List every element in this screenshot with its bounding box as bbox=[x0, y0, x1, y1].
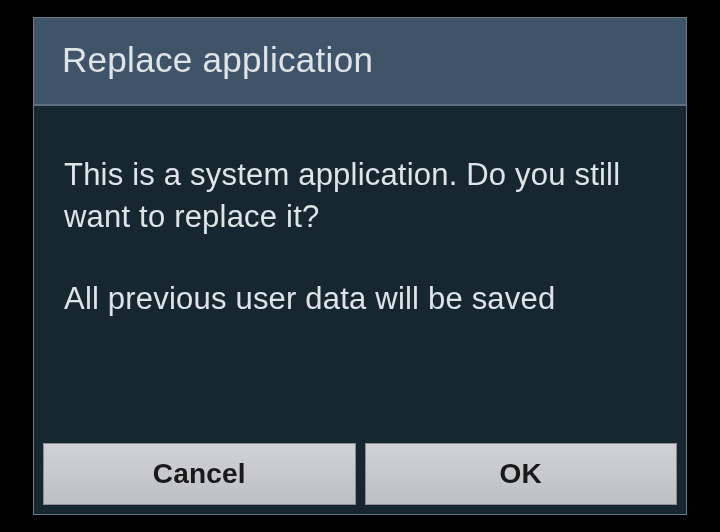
dialog-title: Replace application bbox=[34, 18, 686, 106]
dialog-message-2: All previous user data will be saved bbox=[64, 278, 656, 320]
dialog-actions: Cancel OK bbox=[34, 434, 686, 514]
dialog-message-1: This is a system application. Do you sti… bbox=[64, 154, 656, 238]
replace-application-dialog: Replace application This is a system app… bbox=[33, 17, 687, 515]
cancel-button[interactable]: Cancel bbox=[43, 443, 356, 505]
ok-button[interactable]: OK bbox=[365, 443, 678, 505]
dialog-body: This is a system application. Do you sti… bbox=[34, 106, 686, 434]
